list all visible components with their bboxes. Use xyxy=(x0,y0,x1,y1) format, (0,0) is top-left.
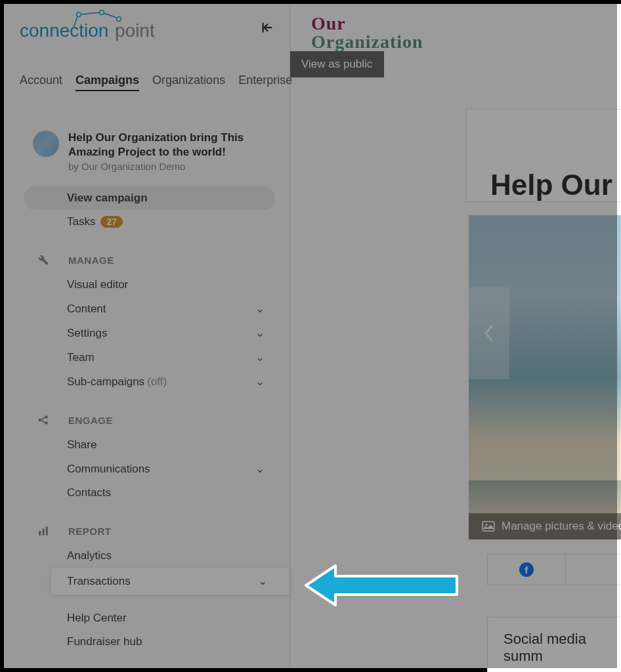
chevron-down-icon: ⌄ xyxy=(255,302,265,316)
chevron-down-icon: ⌄ xyxy=(255,375,265,388)
sidebar-item-visual-editor[interactable]: Visual editor xyxy=(4,273,289,297)
campaign-title: Help Our Organization bring This Amazing… xyxy=(68,131,274,159)
sidebar-item-label: Contacts xyxy=(67,486,111,499)
campaign-card: Help Our Organization bring This Amazing… xyxy=(4,102,289,186)
svg-text:connection: connection xyxy=(20,20,108,41)
sidebar-item-label: Analytics xyxy=(67,549,112,562)
facebook-icon: f xyxy=(519,562,534,577)
prev-image-button[interactable] xyxy=(469,287,509,379)
sidebar-item-fundraiser-hub[interactable]: Fundraiser hub xyxy=(4,630,289,654)
svg-line-13 xyxy=(41,417,45,419)
page-title: Help Our O xyxy=(490,169,621,201)
tasks-badge: 27 xyxy=(100,216,123,228)
svg-line-4 xyxy=(81,12,100,14)
sidebar-item-label: Visual editor xyxy=(67,278,128,291)
sidebar: connection point Account Campaigns Organ… xyxy=(4,4,290,668)
svg-point-12 xyxy=(45,421,48,425)
sidebar-item-label: Communications xyxy=(67,463,150,476)
chevron-down-icon: ⌄ xyxy=(255,350,265,364)
hero-section: Manage pictures & video xyxy=(469,215,621,539)
collapse-sidebar-button[interactable] xyxy=(258,18,276,37)
tab-account[interactable]: Account xyxy=(20,74,62,91)
manage-pictures-button[interactable]: Manage pictures & video xyxy=(469,513,621,539)
sidebar-item-contacts[interactable]: Contacts xyxy=(4,481,289,505)
logo: connection point xyxy=(20,9,164,46)
chart-icon xyxy=(37,524,50,537)
sidebar-item-label: Help Center xyxy=(67,612,127,625)
campaign-avatar xyxy=(33,131,59,157)
tab-campaigns[interactable]: Campaigns xyxy=(75,74,139,91)
svg-point-10 xyxy=(39,419,42,422)
sidebar-item-transactions[interactable]: Transactions ⌄ xyxy=(51,568,289,595)
chevron-left-icon xyxy=(483,324,495,343)
svg-point-19 xyxy=(485,524,487,526)
sidebar-item-analytics[interactable]: Analytics xyxy=(4,544,289,568)
svg-rect-16 xyxy=(43,528,45,536)
sidebar-item-label: Sub-campaigns xyxy=(67,375,144,388)
connectionpoint-logo: connection point xyxy=(20,9,164,46)
pointer-arrow xyxy=(299,562,463,609)
sidebar-item-communications[interactable]: Communications ⌄ xyxy=(4,457,289,481)
sidebar-item-label: Share xyxy=(67,438,96,452)
organization-logo: Our Organization xyxy=(311,14,621,51)
facebook-share-button[interactable]: f xyxy=(487,554,566,585)
sidebar-item-tasks[interactable]: Tasks 27 xyxy=(4,210,289,234)
tab-organizations[interactable]: Organizations xyxy=(152,74,225,91)
sidebar-item-share[interactable]: Share xyxy=(4,433,289,457)
chevron-down-icon: ⌄ xyxy=(255,326,265,340)
chevron-down-icon: ⌄ xyxy=(258,574,267,588)
section-header-report: REPORT xyxy=(4,505,289,544)
tab-enterprise[interactable]: Enterprise xyxy=(238,74,292,91)
sidebar-item-label: Fundraiser hub xyxy=(67,635,142,648)
svg-point-11 xyxy=(45,415,48,419)
chevron-down-icon: ⌄ xyxy=(255,462,265,476)
section-header-manage: MANAGE xyxy=(4,234,289,273)
section-header-engage: ENGAGE xyxy=(4,394,289,433)
sidebar-item-sub-campaigns[interactable]: Sub-campaigns (off) ⌄ xyxy=(4,369,289,394)
sidebar-header: connection point xyxy=(4,4,289,46)
svg-point-0 xyxy=(77,12,81,17)
svg-rect-17 xyxy=(46,526,48,536)
svg-line-5 xyxy=(104,13,117,18)
svg-point-1 xyxy=(100,10,104,15)
sidebar-item-label: Tasks xyxy=(67,215,95,228)
sidebar-item-label: Team xyxy=(67,351,95,364)
svg-line-14 xyxy=(41,421,45,423)
collapse-icon xyxy=(260,20,274,35)
view-as-public-button[interactable]: View as public xyxy=(289,51,384,77)
social-share-button[interactable] xyxy=(566,554,621,585)
sidebar-item-view-campaign[interactable]: View campaign xyxy=(24,186,275,210)
sidebar-item-label: View campaign xyxy=(67,192,148,205)
sidebar-item-content[interactable]: Content ⌄ xyxy=(4,297,289,321)
sidebar-item-help-center[interactable]: Help Center xyxy=(4,606,289,630)
social-share-row: f xyxy=(487,554,621,585)
sidebar-item-label: Content xyxy=(67,303,106,316)
sidebar-item-team[interactable]: Team ⌄ xyxy=(4,345,289,369)
social-summary-card: Social media summ xyxy=(487,617,621,672)
svg-text:point: point xyxy=(115,20,155,41)
share-icon xyxy=(37,413,50,427)
sidebar-item-label: Transactions xyxy=(67,575,131,588)
svg-rect-18 xyxy=(482,522,494,531)
svg-rect-15 xyxy=(39,531,41,536)
sidebar-item-label: Settings xyxy=(67,327,107,340)
image-icon xyxy=(482,521,495,532)
sidebar-tabs: Account Campaigns Organizations Enterpri… xyxy=(4,46,289,102)
wrench-icon xyxy=(37,253,50,266)
campaign-byline: by Our Organization Demo xyxy=(68,161,274,172)
sidebar-item-settings[interactable]: Settings ⌄ xyxy=(4,321,289,345)
